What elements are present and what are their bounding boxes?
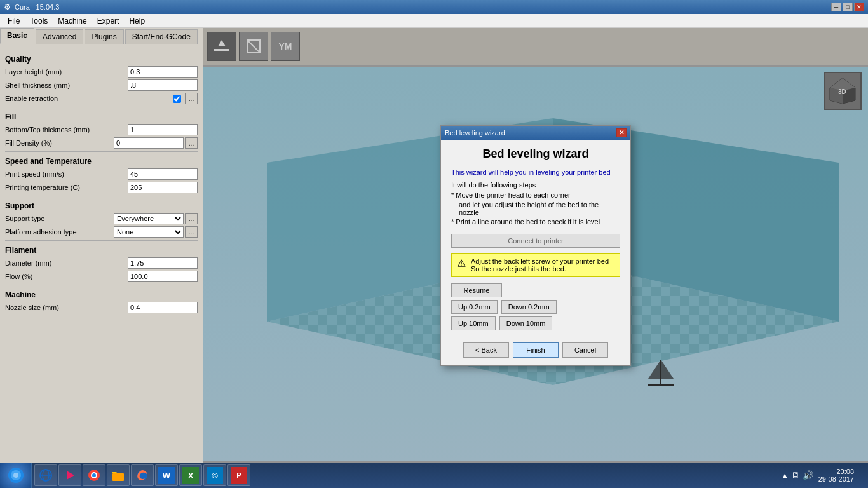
left-panel: Basic Advanced Plugins Start/End-GCode Q… [0,28,203,463]
section-support: Support [5,201,198,210]
diameter-row: Diameter (mm) [5,257,198,269]
retraction-more-button[interactable]: ... [185,93,198,104]
taskbar-firefox-icon[interactable] [131,464,154,486]
app-icon: ⚙ [4,3,11,11]
svg-marker-25 [67,471,74,480]
connect-to-printer-button[interactable]: Connect to printer [451,234,620,248]
modal-body: Bed leveling wizard This wizard will hel… [441,140,630,365]
system-tray: ▲ 🖥 🔊 [782,470,813,480]
svg-point-21 [13,473,18,478]
taskbar-word-icon[interactable]: W [155,464,178,486]
minimize-button[interactable]: ─ [831,3,841,11]
platform-adhesion-more-button[interactable]: ... [185,226,198,238]
view-area: YM [203,28,868,463]
warning-box: ⚠ Adjust the back left screw of your pri… [451,253,620,277]
svg-point-28 [92,473,96,477]
modal-step-1b: and let you adjust the height of the bed… [451,201,620,216]
resume-button[interactable]: Resume [451,283,502,297]
taskbar-excel-icon[interactable]: X [179,464,202,486]
menu-file[interactable]: File [3,15,25,27]
tab-basic[interactable]: Basic [0,28,34,44]
tray-arrow[interactable]: ▲ [782,471,789,479]
print-speed-input[interactable] [128,168,198,180]
flow-input[interactable] [128,271,198,282]
app-title: Cura - 15.04.3 [15,3,59,11]
tab-plugins[interactable]: Plugins [85,29,123,44]
layer-height-row: Layer height (mm) [5,66,198,78]
print-speed-row: Print speed (mm/s) [5,168,198,180]
down-10-button[interactable]: Down 10mm [499,316,553,330]
tab-start-end-gcode[interactable]: Start/End-GCode [125,29,198,44]
menu-tools[interactable]: Tools [25,15,53,27]
back-button[interactable]: < Back [463,342,509,358]
nozzle-size-row: Nozzle size (mm) [5,302,198,313]
print-speed-label: Print speed (mm/s) [5,170,128,178]
start-button[interactable] [0,463,32,488]
section-machine: Machine [5,290,198,299]
support-type-row: Support type None Everywhere Touching bu… [5,213,198,224]
enable-retraction-label: Enable retraction [5,95,173,102]
modal-heading: Bed leveling wizard [451,147,620,161]
support-type-select[interactable]: None Everywhere Touching buildplate [114,213,184,224]
nozzle-size-input[interactable] [128,302,198,313]
taskbar-chrome-icon[interactable] [83,464,105,486]
maximize-button[interactable]: □ [843,3,853,11]
menu-expert[interactable]: Expert [92,15,125,27]
menu-bar: File Tools Machine Expert Help [0,14,868,28]
tray-volume: 🔊 [803,470,813,480]
finish-button[interactable]: Finish [513,342,559,358]
shell-thickness-row: Shell thickness (mm) [5,79,198,91]
taskbar-ppt-icon[interactable]: P [227,464,250,486]
tray-network: 🖥 [791,470,800,480]
title-bar: ⚙ Cura - 15.04.3 ─ □ ✕ [0,0,868,14]
bottom-top-input[interactable] [128,124,198,135]
fill-density-input[interactable] [114,137,184,149]
modal-title-text: Bed leveling wizard [445,129,505,137]
up-10-button[interactable]: Up 10mm [451,316,496,330]
enable-retraction-checkbox[interactable] [173,95,181,103]
print-temp-input[interactable] [128,182,198,193]
taskbar-ie-icon[interactable] [34,464,57,486]
section-fill: Fill [5,112,198,121]
support-type-more-button[interactable]: ... [185,213,198,224]
fill-density-label: Fill Density (%) [5,139,114,147]
modal-title-bar: Bed leveling wizard ✕ [441,126,630,140]
platform-adhesion-row: Platform adhesion type None Brim Raft ..… [5,226,198,238]
cancel-button[interactable]: Cancel [562,342,608,358]
menu-help[interactable]: Help [124,15,150,27]
section-quality: Quality [5,55,198,64]
warning-text: Adjust the back left screw of your print… [471,257,609,273]
taskbar-right: ▲ 🖥 🔊 20:08 29-08-2017 [782,468,868,483]
modal-footer: < Back Finish Cancel [451,337,620,358]
support-type-label: Support type [5,215,114,222]
modal-close-button[interactable]: ✕ [616,128,627,137]
bottom-top-row: Bottom/Top thickness (mm) [5,124,198,135]
taskbar-c-icon[interactable]: © [203,464,226,486]
adjust-row-1: Up 0.2mm Down 0.2mm [451,300,620,314]
taskbar: W X © P ▲ 🖥 🔊 20:08 29-08-2017 [0,463,868,488]
main-layout: Basic Advanced Plugins Start/End-GCode Q… [0,28,868,463]
section-filament: Filament [5,246,198,255]
close-button[interactable]: ✕ [854,3,864,11]
taskbar-folder-icon[interactable] [107,464,130,486]
layer-height-label: Layer height (mm) [5,68,128,76]
flow-label: Flow (%) [5,273,128,280]
platform-adhesion-select[interactable]: None Brim Raft [114,226,184,238]
modal-actions: Resume Up 0.2mm Down 0.2mm Up 10mm Down … [451,283,620,330]
modal-steps-intro: It will do the following steps [451,181,620,189]
diameter-input[interactable] [128,257,198,269]
print-temp-row: Printing temperature (C) [5,182,198,193]
layer-height-input[interactable] [128,66,198,78]
diameter-label: Diameter (mm) [5,259,128,267]
taskbar-media-icon[interactable] [58,464,81,486]
clock[interactable]: 20:08 29-08-2017 [818,468,854,483]
warning-icon: ⚠ [457,257,466,269]
down-02-button[interactable]: Down 0.2mm [501,300,557,314]
tab-advanced[interactable]: Advanced [36,29,83,44]
up-02-button[interactable]: Up 0.2mm [451,300,498,314]
settings-panel: Quality Layer height (mm) Shell thicknes… [0,44,203,463]
fill-density-more-button[interactable]: ... [185,137,198,149]
menu-machine[interactable]: Machine [53,15,92,27]
shell-thickness-label: Shell thickness (mm) [5,81,128,89]
shell-thickness-input[interactable] [128,79,198,91]
